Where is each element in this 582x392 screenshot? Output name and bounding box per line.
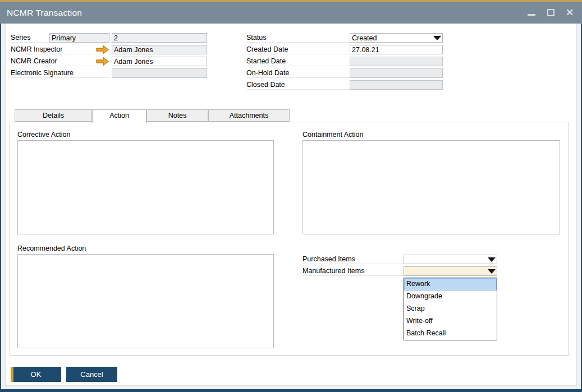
ok-button[interactable]: OK xyxy=(11,367,61,382)
series-input[interactable] xyxy=(49,33,109,43)
default-button-indicator xyxy=(11,367,13,382)
close-button[interactable]: ✕ xyxy=(564,7,575,19)
manufactured-items-label: Manufactured Items xyxy=(303,266,404,276)
cancel-button-label: Cancel xyxy=(80,370,103,379)
series-number-input[interactable] xyxy=(112,33,207,43)
containment-action-textarea[interactable] xyxy=(303,140,560,234)
window-body: Series NCMR Inspector NCMR Creator Elect… xyxy=(0,24,582,392)
status-value[interactable] xyxy=(350,33,443,43)
ncmr-inspector-label: NCMR Inspector xyxy=(11,45,95,54)
purchased-items-dropdown[interactable] xyxy=(404,255,497,264)
created-date-input[interactable] xyxy=(350,45,443,54)
closed-date-label: Closed Date xyxy=(246,80,350,90)
corrective-action-label: Corrective Action xyxy=(17,130,70,140)
purchased-items-label: Purchased Items xyxy=(303,255,404,264)
corrective-action-textarea[interactable] xyxy=(17,140,274,234)
purchased-items-value[interactable] xyxy=(404,255,497,264)
tab-attachments[interactable]: Attachments xyxy=(208,109,290,122)
maximize-button[interactable] xyxy=(545,7,556,19)
ncmr-creator-label: NCMR Creator xyxy=(11,57,95,66)
series-label: Series xyxy=(11,33,49,43)
electronic-signature-label: Electronic Signature xyxy=(11,68,110,78)
close-icon: ✕ xyxy=(566,8,574,17)
manufactured-items-value[interactable] xyxy=(404,266,497,276)
link-arrow-icon[interactable] xyxy=(96,45,109,54)
minimize-button[interactable] xyxy=(526,7,537,19)
chevron-down-icon[interactable] xyxy=(433,36,441,40)
window-title: NCMR Transaction xyxy=(7,8,82,18)
link-arrow-icon[interactable] xyxy=(96,57,109,66)
closed-date-input xyxy=(350,80,443,90)
chevron-down-icon[interactable] xyxy=(488,269,496,274)
ncmr-inspector-input[interactable] xyxy=(112,45,207,54)
window-controls: ✕ xyxy=(526,7,575,19)
ncmr-creator-input[interactable] xyxy=(112,57,207,66)
status-dropdown[interactable] xyxy=(350,33,443,43)
onhold-date-label: On-Hold Date xyxy=(246,68,350,78)
cancel-button[interactable]: Cancel xyxy=(66,367,117,382)
tab-action[interactable]: Action xyxy=(92,109,146,123)
option-batch-recall[interactable]: Batch Recall xyxy=(404,328,497,340)
ok-button-label: OK xyxy=(31,370,42,379)
option-rework[interactable]: Rework xyxy=(404,278,497,290)
created-date-label: Created Date xyxy=(246,45,350,54)
electronic-signature-input xyxy=(112,68,207,78)
option-scrap[interactable]: Scrap xyxy=(404,303,497,315)
form-content: Series NCMR Inspector NCMR Creator Elect… xyxy=(5,24,577,386)
manufactured-items-option-list: Rework Downgrade Scrap Write-off Batch R… xyxy=(404,278,497,340)
started-date-input xyxy=(350,57,443,66)
tab-details[interactable]: Details xyxy=(15,109,92,122)
minimize-icon xyxy=(528,14,535,16)
recommended-action-label: Recommended Action xyxy=(17,244,86,253)
status-label: Status xyxy=(246,33,350,43)
maximize-icon xyxy=(547,9,554,16)
titlebar[interactable]: NCMR Transaction ✕ xyxy=(0,2,582,24)
ncmr-transaction-window: NCMR Transaction ✕ Series NCMR Inspector… xyxy=(0,0,582,392)
containment-action-label: Containment Action xyxy=(303,130,363,140)
onhold-date-input xyxy=(350,68,443,78)
option-downgrade[interactable]: Downgrade xyxy=(404,290,497,303)
tab-notes[interactable]: Notes xyxy=(146,109,208,122)
manufactured-items-dropdown[interactable] xyxy=(404,266,497,276)
option-write-off[interactable]: Write-off xyxy=(404,315,497,328)
started-date-label: Started Date xyxy=(246,57,350,66)
recommended-action-textarea[interactable] xyxy=(17,254,274,348)
chevron-down-icon[interactable] xyxy=(488,257,496,262)
